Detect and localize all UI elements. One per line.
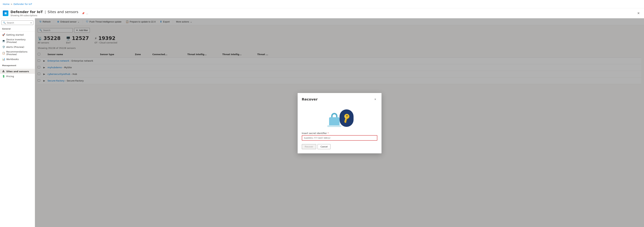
modal-title: Recover: [302, 97, 318, 101]
sidebar-item-label-device-inventory: Device inventory (Preview): [6, 38, 33, 43]
workbooks-icon: 📊: [2, 58, 5, 60]
section-general: General: [0, 26, 35, 31]
required-star: *: [328, 132, 329, 135]
sidebar-item-alerts[interactable]: 🛡️ Alerts (Preview): [0, 44, 35, 49]
breadcrumb-separator: >: [10, 3, 12, 5]
sidebar-search-box[interactable]: 🔍 «: [2, 20, 34, 25]
form-field-group: Insert secret identifier *: [302, 132, 377, 141]
pin-icon[interactable]: 📌: [82, 12, 84, 15]
modal-illustration: 🔑: [302, 105, 377, 128]
sidebar-item-recommendations[interactable]: 📋 Recommendations (Preview): [0, 49, 35, 57]
sidebar-search-icon: 🔍: [3, 21, 6, 24]
secret-identifier-input[interactable]: [302, 135, 377, 141]
modal-overlay: Recover × 🔑: [35, 18, 644, 227]
modal-actions: Recover Cancel: [302, 144, 377, 149]
alerts-icon: 🛡️: [2, 45, 5, 48]
sidebar-item-label-alerts: Alerts (Preview): [6, 46, 24, 48]
app-title-bar: Defender for IoT | Sites and sensors Sho…: [0, 8, 644, 18]
more-icon[interactable]: ...: [86, 12, 88, 15]
title-group: Defender for IoT | Sites and sensors Sho…: [10, 10, 78, 17]
modal-header: Recover ×: [302, 97, 377, 102]
illustration-container: 🔑: [322, 105, 357, 128]
breadcrumb-home[interactable]: Home: [3, 3, 10, 5]
close-button[interactable]: ✕: [636, 11, 641, 16]
sidebar-item-label-sites-sensors: Sites and sensors: [6, 70, 29, 73]
sidebar-item-label-getting-started: Getting started: [6, 33, 24, 36]
title-divider: |: [44, 10, 46, 14]
modal-close-button[interactable]: ×: [373, 97, 377, 102]
recover-button[interactable]: Recover: [302, 144, 316, 149]
recommendations-icon: 📋: [2, 52, 5, 54]
sidebar-collapse-icon[interactable]: «: [30, 21, 32, 24]
sidebar-item-workbooks[interactable]: 📊 Workbooks: [0, 57, 35, 62]
key-icon: 🔑: [340, 112, 352, 124]
getting-started-icon: 🚀: [2, 33, 5, 36]
sidebar-item-label-recommendations: Recommendations (Preview): [6, 50, 33, 56]
sidebar-search-input[interactable]: [7, 21, 29, 24]
sidebar-item-device-inventory[interactable]: 💻 Device inventory (Preview): [0, 37, 35, 44]
app-title: Defender for IoT: [10, 10, 43, 14]
cancel-button[interactable]: Cancel: [318, 144, 330, 149]
sidebar: 🔍 « General 🚀 Getting started 💻 Device i…: [0, 18, 35, 227]
sidebar-item-sites-sensors[interactable]: 🖧 Sites and sensors: [0, 69, 35, 74]
pricing-icon: 💲: [2, 75, 5, 78]
main-content: ↻ Refresh ⊕ Onboard sensor ⌄ 🛡 Push Thre…: [35, 18, 644, 227]
breadcrumb-current[interactable]: Defender for IoT: [14, 3, 32, 5]
app-subtitle: Sites and sensors: [48, 10, 78, 14]
breadcrumb-bar: Home > Defender for IoT: [0, 0, 644, 8]
sidebar-item-label-pricing: Pricing: [6, 75, 14, 78]
sidebar-item-pricing[interactable]: 💲 Pricing: [0, 74, 35, 79]
subscription-count: Showing 99 subscriptions: [10, 14, 78, 17]
key-oval: 🔑: [340, 109, 354, 127]
main-layout: 🔍 « General 🚀 Getting started 💻 Device i…: [0, 18, 644, 227]
device-inventory-icon: 💻: [2, 39, 5, 42]
section-management: Management: [0, 63, 35, 67]
sites-sensors-icon: 🖧: [2, 70, 5, 73]
app-icon: [3, 10, 8, 16]
sidebar-item-label-workbooks: Workbooks: [6, 58, 19, 60]
lock-body: [329, 117, 340, 126]
recover-modal: Recover × 🔑: [298, 93, 382, 153]
field-label: Insert secret identifier *: [302, 132, 377, 135]
sidebar-item-getting-started[interactable]: 🚀 Getting started: [0, 32, 35, 37]
title-actions[interactable]: 📌 ...: [82, 12, 88, 15]
lock-platform: [327, 125, 341, 127]
